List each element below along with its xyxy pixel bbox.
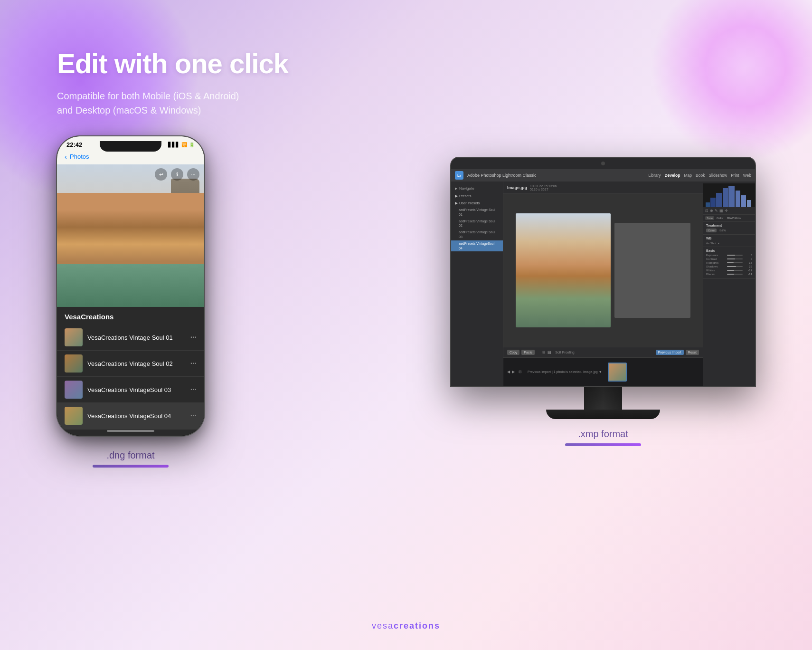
subtitle-line1: Compatible for both Mobile (iOS & Androi… (57, 91, 239, 101)
lr-reset-btn[interactable]: Reset (686, 350, 699, 355)
lr-right-panel: ⊡ ⊕ ✎ ▦ ✛ Tone Color B&W Efcts (703, 182, 755, 386)
lr-preset-2[interactable]: aedPresets Vintage Soul 02 (451, 218, 503, 229)
phone-home-bar (107, 430, 154, 432)
lr-exposure-value: 0 (745, 254, 752, 257)
lr-right-btns: Previous Import Reset (656, 350, 699, 355)
lr-menu-slideshow[interactable]: Slideshow (708, 173, 727, 178)
lr-menu-book[interactable]: Book (696, 173, 705, 178)
preset-more-4[interactable]: ··· (190, 411, 197, 420)
scene-water (57, 264, 204, 307)
lr-logo: Lr (455, 171, 463, 180)
phone-icons-overlay: ↩ ℹ ··· (155, 168, 199, 181)
lr-user-presets-title: ▶ User Presets (451, 200, 503, 207)
lr-previous-btn[interactable]: Previous Import (656, 350, 684, 355)
lr-shadows-row: Shadows 29 (706, 265, 752, 268)
lr-heal-icon[interactable]: ⊕ (710, 209, 713, 213)
lr-presets-section: ▶ Presets ▶ User Presets aedPresets Vint… (451, 192, 503, 251)
lr-preset-3[interactable]: aedPresets Vintage Soul 03 (451, 229, 503, 240)
lr-contrast-fill (727, 258, 735, 259)
lr-menu-develop[interactable]: Develop (664, 173, 680, 178)
lr-tone-selector: Tone Color B&W Efcts (703, 215, 755, 222)
preset-more-1[interactable]: ··· (190, 333, 197, 342)
phone-cancel-btn[interactable]: ✕ (66, 435, 72, 436)
lr-grid-icon: ⊞ (542, 350, 546, 354)
lr-wb-section: WB As Shot ▾ (703, 235, 755, 247)
lr-hist-bar-1 (706, 202, 710, 207)
lr-whites-row: Whites -13 (706, 269, 752, 272)
phone-image-area: ↩ ℹ ··· (57, 164, 204, 307)
phone-device: 22:42 ▋▋▋ 🛜 🔋 ‹ Photos (57, 136, 204, 436)
lr-presets-label: Presets (459, 194, 471, 198)
lr-copy-btn[interactable]: Copy (507, 350, 519, 355)
lr-whites-track[interactable] (727, 270, 743, 271)
preset-item-3[interactable]: VesaCreations VintageSoul 03 ··· (57, 377, 204, 403)
preset-item-1[interactable]: VesaCreations Vintage Soul 01 ··· (57, 325, 204, 351)
lr-eyedrop-icon[interactable]: ✛ (725, 209, 728, 213)
lr-color-treat[interactable]: Color (706, 229, 717, 232)
lr-filter-icon: ⊟ (519, 370, 522, 374)
lr-filename: Image.jpg (507, 185, 527, 190)
lr-exposure-row: Exposure 0 (706, 254, 752, 257)
lr-color-btn[interactable]: Color (715, 216, 725, 220)
devices-container: 22:42 ▋▋▋ 🛜 🔋 ‹ Photos (57, 136, 755, 468)
preset-item-2[interactable]: VesaCreations Vintage Soul 02 ··· (57, 351, 204, 377)
lr-user-presets: ▶ User Presets aedPresets Vintage Soul 0… (451, 200, 503, 251)
preset-thumb-4 (65, 407, 83, 425)
lr-main-area: ▶ Navigate ▶ Presets ▶ (451, 182, 755, 386)
lr-crop-icon[interactable]: ⊡ (705, 209, 708, 213)
preset-more-2[interactable]: ··· (190, 359, 197, 368)
lr-paste-btn[interactable]: Paste (521, 350, 535, 355)
lr-menu-library[interactable]: Library (648, 173, 661, 178)
lr-exposure-fill (727, 255, 735, 256)
preset-item-4[interactable]: VesaCreations VintageSoul 04 ··· (57, 403, 204, 429)
lr-menu-print[interactable]: Print (731, 173, 739, 178)
lr-center-panel: Image.jpg 10.01.22 15:13:06 5120 x 3527 (503, 182, 703, 386)
lr-film-thumb-1[interactable] (608, 363, 627, 382)
lr-shadows-track[interactable] (727, 266, 743, 267)
lr-exposure-track[interactable] (727, 255, 743, 256)
lr-wb-dropdown[interactable]: ▾ (718, 241, 719, 245)
lr-user-presets-triangle: ▶ (455, 201, 458, 205)
phone-more-icon[interactable]: ··· (187, 168, 199, 181)
phone-info-icon[interactable]: ℹ (171, 168, 183, 181)
lr-preset-4[interactable]: aedPresets VintageSoul 04 (451, 240, 503, 252)
lr-contrast-track[interactable] (727, 258, 743, 259)
phone-share-icon[interactable]: ↩ (155, 168, 167, 181)
lr-blacks-track[interactable] (727, 274, 743, 275)
lr-arrow-right-icon[interactable]: ▶ (512, 370, 515, 374)
monitor-bezel-top (451, 158, 755, 169)
lr-tone-btn[interactable]: Tone (705, 216, 714, 220)
preset-name-3: VesaCreations VintageSoul 03 (87, 386, 186, 393)
lr-shadows-fill (727, 266, 736, 267)
lr-menu-map[interactable]: Map (684, 173, 692, 178)
lr-highlights-track[interactable] (727, 262, 743, 263)
footer-line-right (450, 626, 592, 626)
preset-thumb-2 (65, 354, 83, 373)
subtitle-line2: and Desktop (macOS & Windows) (57, 105, 201, 115)
lr-shadows-label: Shadows (706, 265, 725, 268)
phone-nav-bar[interactable]: ‹ Photos (57, 151, 204, 164)
phone-wrapper: 22:42 ▋▋▋ 🛜 🔋 ‹ Photos (57, 136, 204, 468)
lr-contrast-row: Contrast 0 (706, 258, 752, 260)
preset-more-3[interactable]: ··· (190, 385, 197, 394)
lr-bw-btn[interactable]: B&W Efcts (726, 216, 742, 220)
lr-hist-bar-8 (747, 200, 751, 207)
lr-brush-icon[interactable]: ✎ (715, 209, 718, 213)
nav-back-label: Photos (70, 153, 89, 160)
lr-treatment-section: Treatment Color B&W (703, 222, 755, 235)
battery-icon: 🔋 (189, 142, 195, 147)
lr-wb-title: WB (706, 237, 752, 240)
phone-presets-area: VesaCreations VesaCreations Vintage Soul… (57, 307, 204, 429)
lr-hist-bar-2 (710, 198, 716, 207)
preset-thumb-1 (65, 328, 83, 346)
lr-treatment-options: Color B&W (706, 229, 752, 232)
phone-confirm-btn[interactable]: ✓ (189, 434, 195, 436)
footer-line-left (220, 626, 362, 626)
lr-preset-1[interactable]: aedPresets Vintage Soul 01 (451, 207, 503, 218)
lr-filter-grad-icon[interactable]: ▦ (719, 209, 723, 213)
lr-menu-web[interactable]: Web (743, 173, 751, 178)
lr-arrow-left-icon[interactable]: ◀ (507, 370, 510, 374)
lr-bw-treat[interactable]: B&W (718, 229, 728, 232)
lr-image-area (503, 194, 703, 347)
lr-side-image (614, 223, 690, 318)
